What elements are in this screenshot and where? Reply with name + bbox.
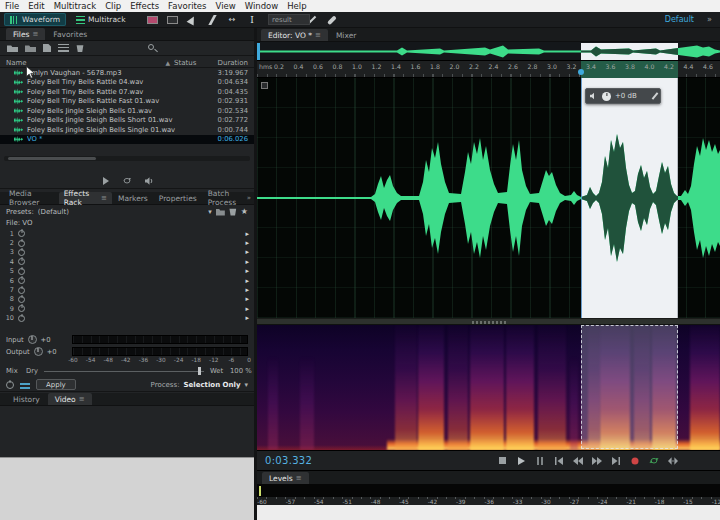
effect-slot[interactable]: 7▸ bbox=[0, 285, 254, 294]
file-row[interactable]: Emlyn Vaughan - 5678.mp33:19.967 bbox=[0, 68, 254, 78]
slot-arrow-icon[interactable]: ▸ bbox=[245, 295, 249, 303]
rewind-button[interactable] bbox=[573, 456, 583, 466]
panel-menu-icon[interactable]: ≡ bbox=[79, 395, 85, 403]
tab-markers[interactable]: Markers bbox=[113, 192, 153, 204]
spectral-display-icon[interactable] bbox=[146, 14, 159, 25]
slot-power-icon[interactable] bbox=[18, 249, 25, 256]
fast-forward-button[interactable] bbox=[592, 456, 602, 466]
slot-power-icon[interactable] bbox=[18, 296, 25, 303]
waveform-display-icon[interactable] bbox=[166, 14, 179, 25]
search-icon[interactable] bbox=[148, 44, 154, 50]
import-file-icon[interactable] bbox=[25, 44, 36, 52]
slot-arrow-icon[interactable]: ▸ bbox=[245, 305, 249, 313]
toggle-fx-rack-icon[interactable] bbox=[20, 381, 30, 389]
process-value[interactable]: Selection Only bbox=[184, 381, 241, 389]
preset-dropdown-icon[interactable]: ▾ bbox=[208, 208, 212, 216]
tab-video[interactable]: Video ≡ bbox=[48, 393, 92, 405]
spectral-frequency-display[interactable] bbox=[257, 325, 720, 450]
slot-power-icon[interactable] bbox=[18, 240, 25, 247]
tab-files[interactable]: Files ≡ bbox=[6, 28, 45, 40]
rack-power-icon[interactable] bbox=[6, 381, 14, 389]
trash-icon[interactable] bbox=[76, 44, 84, 52]
effect-slot[interactable]: 2▸ bbox=[0, 238, 254, 247]
effect-slot[interactable]: 5▸ bbox=[0, 267, 254, 276]
razor-tool-icon[interactable] bbox=[206, 14, 219, 25]
slot-power-icon[interactable] bbox=[18, 230, 25, 237]
slot-power-icon[interactable] bbox=[18, 268, 25, 275]
wave-spectral-splitter[interactable] bbox=[257, 318, 720, 325]
effect-slot[interactable]: 1▸ bbox=[0, 229, 254, 238]
multitrack-view-button[interactable]: Multitrack bbox=[70, 13, 131, 26]
tab-editor-vo[interactable]: Editor: VO * ≡ bbox=[261, 29, 328, 41]
slot-arrow-icon[interactable]: ▸ bbox=[245, 248, 249, 256]
file-row[interactable]: Foley Bell Tiny Bells Rattle 04.wav0:04.… bbox=[0, 78, 254, 88]
slot-arrow-icon[interactable]: ▸ bbox=[245, 258, 249, 266]
slot-arrow-icon[interactable]: ▸ bbox=[245, 239, 249, 247]
input-gain-knob[interactable] bbox=[28, 335, 37, 344]
waveform-display[interactable]: +0 dB bbox=[257, 78, 720, 318]
skip-to-end-button[interactable] bbox=[611, 456, 621, 466]
hud-gain-knob[interactable] bbox=[602, 92, 611, 101]
effect-slot[interactable]: 9▸ bbox=[0, 304, 254, 313]
splitter-grip[interactable] bbox=[472, 321, 506, 324]
overview-navigator[interactable] bbox=[257, 42, 720, 61]
tab-mixer[interactable]: Mixer bbox=[329, 29, 363, 41]
stop-button[interactable] bbox=[497, 456, 507, 466]
mix-slider-thumb[interactable] bbox=[198, 367, 201, 375]
panel-menu-icon[interactable]: ≡ bbox=[32, 30, 38, 38]
pause-button[interactable] bbox=[535, 456, 545, 466]
waveform-view-button[interactable]: Waveform bbox=[4, 13, 66, 26]
channel-box-icon[interactable] bbox=[261, 82, 268, 89]
workspace-overflow-icon[interactable]: » bbox=[707, 15, 712, 24]
slot-arrow-icon[interactable]: ▸ bbox=[245, 230, 249, 238]
spectral-selection[interactable] bbox=[581, 325, 678, 449]
menu-clip[interactable]: Clip bbox=[105, 1, 121, 11]
search-box[interactable]: result bbox=[268, 14, 310, 25]
gain-hud[interactable]: +0 dB bbox=[585, 88, 661, 104]
menu-window[interactable]: Window bbox=[245, 1, 279, 11]
tab-history[interactable]: History bbox=[6, 393, 47, 405]
column-duration[interactable]: Duration bbox=[208, 59, 248, 67]
preview-autoplay-speaker-icon[interactable] bbox=[144, 176, 154, 186]
tab-overflow-icon[interactable]: » bbox=[247, 194, 251, 202]
column-status[interactable]: Status bbox=[174, 59, 208, 67]
file-row[interactable]: Foley Bells Jingle Sleigh Bells 01.wav0:… bbox=[0, 106, 254, 116]
slip-tool-icon[interactable]: ↔ bbox=[226, 14, 239, 25]
loop-playback-button[interactable] bbox=[649, 456, 659, 466]
menu-help[interactable]: Help bbox=[287, 1, 306, 11]
delete-preset-icon[interactable] bbox=[229, 208, 237, 216]
skip-selection-button[interactable] bbox=[668, 456, 678, 466]
effect-slot[interactable]: 6▸ bbox=[0, 276, 254, 285]
menu-multitrack[interactable]: Multitrack bbox=[54, 1, 96, 11]
overview-start-marker[interactable] bbox=[257, 43, 260, 60]
file-row[interactable]: VO *0:06.026 bbox=[0, 135, 254, 145]
time-selection-tool-icon[interactable]: I bbox=[246, 14, 259, 25]
file-row[interactable]: Foley Bell Tiny Bells Rattle 07.wav0:04.… bbox=[0, 87, 254, 97]
edit-pencil-icon[interactable] bbox=[652, 92, 659, 99]
file-row[interactable]: Foley Bells Jingle Sleigh Bells Single 0… bbox=[0, 125, 254, 135]
record-button[interactable] bbox=[630, 456, 640, 466]
slot-power-icon[interactable] bbox=[18, 315, 25, 322]
output-gain-knob[interactable] bbox=[34, 347, 43, 356]
new-file-icon[interactable] bbox=[43, 44, 51, 52]
workspace-button[interactable]: Default bbox=[665, 15, 694, 24]
spot-healing-brush-tool-icon[interactable] bbox=[326, 14, 339, 25]
slot-arrow-icon[interactable]: ▸ bbox=[245, 286, 249, 294]
panel-menu-icon[interactable]: ≡ bbox=[296, 474, 302, 482]
preview-play-icon[interactable] bbox=[100, 176, 110, 186]
panel-menu-icon[interactable]: ≡ bbox=[101, 194, 107, 202]
effect-slot[interactable]: 8▸ bbox=[0, 295, 254, 304]
timeline-ruler[interactable]: hms 0.20.40.60.81.01.21.41.61.82.02.22.4… bbox=[257, 61, 720, 78]
file-row[interactable]: Foley Bell Tiny Bells Rattle Fast 01.wav… bbox=[0, 97, 254, 107]
slot-arrow-icon[interactable]: ▸ bbox=[245, 267, 249, 275]
process-dropdown-icon[interactable]: ▾ bbox=[244, 381, 248, 389]
slot-power-icon[interactable] bbox=[18, 287, 25, 294]
effect-slot[interactable]: 3▸ bbox=[0, 248, 254, 257]
tab-favorites[interactable]: Favorites bbox=[46, 28, 94, 40]
panel-menu-icon[interactable]: ≡ bbox=[315, 31, 321, 39]
preset-value[interactable]: (Default) bbox=[38, 208, 69, 216]
slot-arrow-icon[interactable]: ▸ bbox=[245, 277, 249, 285]
save-preset-icon[interactable] bbox=[216, 208, 225, 216]
apply-button[interactable]: Apply bbox=[36, 379, 76, 390]
playhead-handle[interactable] bbox=[578, 69, 584, 75]
